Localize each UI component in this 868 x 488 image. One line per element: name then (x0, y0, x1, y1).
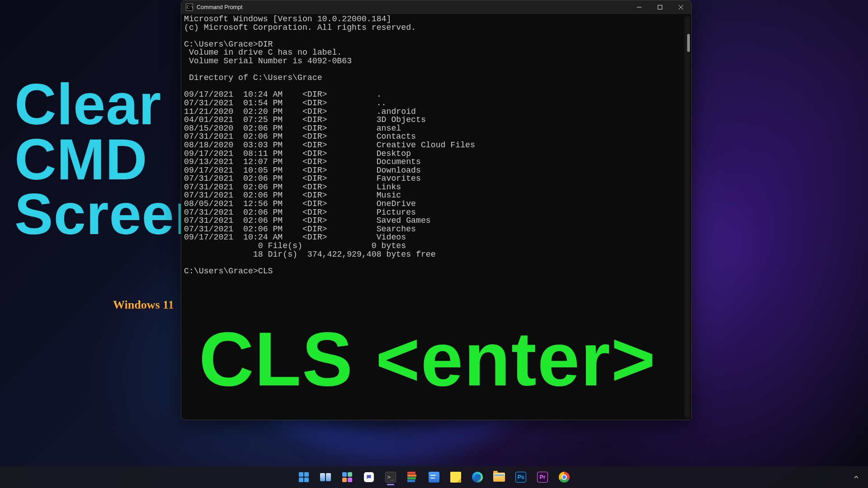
premiere-icon: Pr (537, 472, 548, 483)
start-icon (299, 472, 309, 482)
window-title: Command Prompt (197, 4, 242, 10)
scrollbar-thumb[interactable] (687, 34, 690, 52)
taskbar-pr-button[interactable]: Pr (533, 468, 552, 486)
taskbar: >_PsPr (0, 466, 868, 488)
taskbar-edge-button[interactable] (468, 468, 486, 486)
tray-overflow-button[interactable] (851, 472, 862, 483)
todo-icon (429, 472, 439, 483)
taskbar-office-button[interactable] (403, 468, 421, 486)
sticky-notes-icon (450, 472, 461, 483)
taskbar-sticky-button[interactable] (447, 468, 465, 486)
minimize-button[interactable] (629, 0, 650, 14)
terminal-output: Microsoft Windows [Version 10.0.22000.18… (184, 15, 689, 275)
taskbar-chat-button[interactable] (360, 468, 378, 486)
scrollbar-track[interactable] (684, 16, 690, 418)
taskbar-explorer-button[interactable] (490, 468, 508, 486)
taskbar-start-button[interactable] (295, 468, 313, 486)
titlebar[interactable]: C:\ Command Prompt (181, 0, 691, 14)
system-tray[interactable] (851, 466, 862, 488)
taskbar-todo-button[interactable] (425, 468, 443, 486)
photoshop-icon: Ps (515, 472, 526, 483)
close-icon (679, 5, 683, 9)
chevron-up-icon (854, 474, 859, 480)
chat-icon (364, 472, 374, 482)
terminal-icon: >_ (385, 472, 396, 483)
close-button[interactable] (670, 0, 691, 14)
minimize-icon (637, 5, 642, 9)
taskbar-terminal-button[interactable]: >_ (382, 468, 400, 486)
file-explorer-icon (493, 473, 505, 482)
command-prompt-icon: C:\ (186, 4, 193, 11)
overlay-green-command: CLS <enter> (199, 325, 656, 394)
edge-icon (472, 472, 483, 483)
chrome-icon (559, 472, 570, 483)
maximize-button[interactable] (650, 0, 670, 14)
svg-rect-1 (658, 5, 662, 9)
taskbar-items: >_PsPr (295, 468, 573, 486)
taskbar-widgets-button[interactable] (338, 468, 356, 486)
taskbar-chrome-button[interactable] (555, 468, 573, 486)
maximize-icon (658, 5, 662, 9)
office-icon (407, 472, 417, 483)
taskbar-ps-button[interactable]: Ps (512, 468, 530, 486)
overlay-subtitle: Windows 11 (113, 298, 174, 312)
taskbar-taskview-button[interactable] (316, 468, 335, 486)
task-view-icon (320, 473, 331, 481)
widgets-icon (342, 472, 352, 482)
